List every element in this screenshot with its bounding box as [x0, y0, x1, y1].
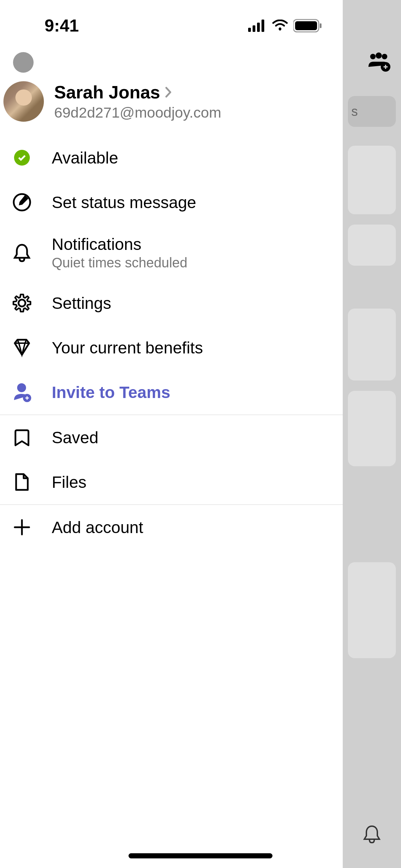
availability-label: Available — [52, 148, 331, 167]
menu-item-notifications[interactable]: Notifications Quiet times scheduled — [0, 225, 343, 281]
svg-point-2 — [382, 54, 387, 59]
svg-point-12 — [19, 300, 25, 306]
menu-item-invite[interactable]: Invite to Teams — [0, 370, 343, 414]
svg-rect-9 — [295, 21, 317, 30]
diamond-icon — [12, 338, 32, 358]
status-bar: 9:41 — [0, 0, 343, 45]
svg-point-13 — [17, 383, 26, 392]
file-icon — [12, 472, 32, 492]
svg-rect-10 — [320, 23, 321, 28]
notifications-label: Notifications — [52, 235, 331, 254]
plus-icon — [12, 517, 32, 537]
settings-label: Settings — [52, 294, 331, 313]
bg-card — [348, 225, 396, 266]
menu-item-set-status[interactable]: Set status message — [0, 180, 343, 225]
svg-rect-7 — [262, 20, 264, 32]
bg-card — [348, 146, 396, 214]
profile-info: Sarah Jonas 69d2d271@moodjoy.com — [54, 82, 331, 121]
profile-header[interactable]: Sarah Jonas 69d2d271@moodjoy.com — [0, 74, 343, 135]
profile-email: 69d2d271@moodjoy.com — [54, 104, 331, 121]
bookmark-icon — [12, 427, 32, 447]
notifications-sublabel: Quiet times scheduled — [52, 255, 331, 270]
set-status-label: Set status message — [52, 193, 331, 212]
cellular-signal-icon — [248, 20, 267, 32]
background-panel: s — [343, 0, 401, 868]
svg-rect-4 — [248, 28, 251, 32]
bell-icon — [12, 243, 32, 263]
chevron-right-icon — [165, 87, 172, 98]
menu-item-saved[interactable]: Saved — [0, 415, 343, 460]
profile-name: Sarah Jonas — [54, 82, 160, 103]
drawer-panel: 9:41 Sarah J — [0, 0, 343, 868]
menu-item-availability[interactable]: Available — [0, 135, 343, 180]
svg-point-0 — [370, 54, 376, 59]
add-account-label: Add account — [52, 518, 331, 537]
avatar — [3, 81, 44, 122]
bg-card — [348, 309, 396, 381]
svg-rect-5 — [253, 25, 255, 32]
invite-person-icon — [12, 382, 32, 402]
svg-point-1 — [376, 52, 382, 59]
svg-rect-6 — [257, 23, 260, 32]
home-indicator[interactable] — [129, 853, 272, 858]
edit-icon — [12, 192, 32, 212]
add-people-icon[interactable] — [367, 51, 391, 72]
bg-card — [348, 562, 396, 658]
available-status-icon — [12, 148, 32, 168]
menu-item-add-account[interactable]: Add account — [0, 505, 343, 550]
battery-icon — [293, 19, 322, 33]
bg-card — [348, 391, 396, 466]
gear-icon — [12, 293, 32, 313]
invite-label: Invite to Teams — [52, 383, 331, 402]
saved-label: Saved — [52, 428, 331, 447]
files-label: Files — [52, 473, 331, 492]
status-icons — [248, 19, 322, 33]
search-partial-text: s — [351, 104, 358, 119]
menu-item-settings[interactable]: Settings — [0, 281, 343, 325]
wifi-icon — [272, 20, 288, 32]
menu-item-benefits[interactable]: Your current benefits — [0, 325, 343, 370]
menu-item-files[interactable]: Files — [0, 460, 343, 504]
benefits-label: Your current benefits — [52, 338, 331, 357]
status-time: 9:41 — [45, 16, 79, 36]
background-search: s — [348, 96, 396, 127]
account-indicator-dot[interactable] — [13, 52, 34, 73]
background-bell-icon[interactable] — [362, 823, 382, 844]
